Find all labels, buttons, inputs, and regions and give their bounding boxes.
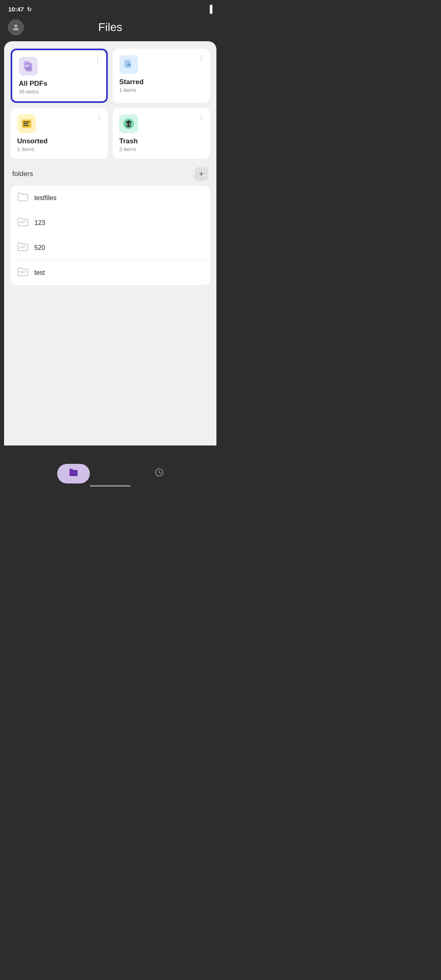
pdf-icon-wrap [19,57,38,76]
folder-icon-520 [17,242,29,254]
page-title: Files [98,21,122,34]
category-card-starred[interactable]: ⋮ Starred 1 items [113,49,210,103]
svg-rect-2 [26,63,32,71]
card-menu-all-pdfs[interactable]: ⋮ [94,56,101,64]
folder-name-123: 123 [34,219,45,227]
folder-item-520[interactable]: 520 [11,236,210,261]
folders-header: folders + [11,167,210,181]
folder-name-test: test [34,269,45,276]
avatar[interactable] [8,20,24,35]
card-menu-unsorted[interactable]: ⋮ [96,114,103,121]
all-pdfs-subtitle: 36 items [19,89,100,95]
svg-rect-14 [128,120,130,121]
svg-rect-12 [127,122,130,127]
folder-icon-testfiles [17,192,29,204]
starred-title: Starred [119,78,203,86]
svg-rect-13 [126,121,131,122]
card-menu-trash[interactable]: ⋮ [198,114,205,121]
bottom-nav [0,457,220,490]
starred-icon-wrap [119,55,138,74]
category-grid: ⋮ All PDFs 36 items ⋮ Starred [11,49,210,159]
unsorted-title: Unsorted [17,137,101,145]
folder-name-520: 520 [34,244,45,252]
card-menu-starred[interactable]: ⋮ [198,54,205,62]
svg-rect-19 [20,246,26,247]
time-display: 10:47 [8,6,24,13]
files-nav-icon [69,468,78,479]
home-indicator [90,485,131,487]
status-bar: 10:47 ↻ ▐ [0,0,220,17]
status-left: 10:47 ↻ [8,6,32,13]
folders-label: folders [12,170,33,178]
recent-nav-icon [155,468,164,479]
main-content: ⋮ All PDFs 36 items ⋮ Starred [4,41,216,445]
add-folder-button[interactable]: + [194,167,208,181]
svg-rect-21 [20,271,26,272]
svg-rect-18 [20,223,24,223]
folder-item-123[interactable]: 123 [11,211,210,236]
svg-rect-17 [20,221,26,222]
svg-rect-8 [23,121,30,122]
svg-rect-20 [20,247,24,248]
starred-subtitle: 1 items [119,87,203,93]
all-pdfs-title: All PDFs [19,80,100,88]
svg-rect-9 [23,123,28,124]
unsorted-icon-wrap [17,114,36,133]
category-card-trash[interactable]: ⋮ Trash 2 items [113,108,210,159]
trash-title: Trash [119,137,203,145]
svg-rect-22 [20,272,24,273]
svg-point-0 [14,24,17,27]
folder-item-test[interactable]: test [11,261,210,285]
header: Files [0,17,220,41]
folder-icon-123 [17,217,29,229]
trash-subtitle: 2 items [119,146,203,152]
folder-list: testfiles 123 520 [11,186,210,285]
category-card-unsorted[interactable]: ⋮ Unsorted 1 items [11,108,108,159]
folder-name-testfiles: testfiles [34,194,56,202]
svg-rect-10 [23,125,29,126]
category-card-all-pdfs[interactable]: ⋮ All PDFs 36 items [11,49,108,103]
trash-icon-wrap [119,114,138,133]
nav-item-recent[interactable] [155,468,164,479]
nav-item-files[interactable] [57,464,90,483]
battery-icon: ▐ [207,5,212,13]
folder-item-testfiles[interactable]: testfiles [11,186,210,211]
folder-icon-test [17,267,29,278]
unsorted-subtitle: 1 items [17,146,101,152]
sync-icon: ↻ [27,6,32,13]
